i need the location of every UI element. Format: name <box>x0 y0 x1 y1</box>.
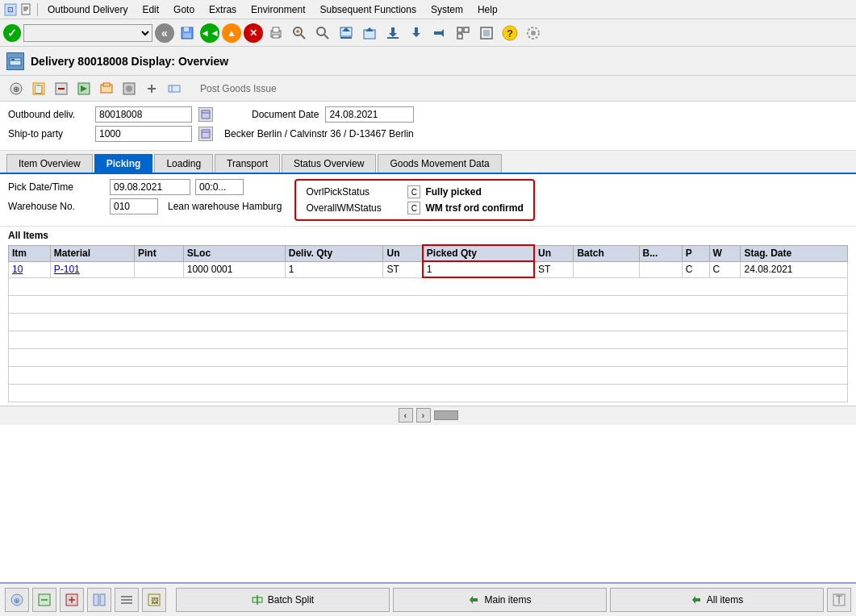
picking-area: Pick Date/Time Warehouse No. Lean wareho… <box>0 174 856 227</box>
bottom-btn-6[interactable]: 🖼 <box>142 588 166 612</box>
menu-extras[interactable]: Extras <box>203 2 243 17</box>
menu-bar: ⊡ Outbound Delivery Edit Goto Extras Env… <box>0 0 856 19</box>
outbound-deliv-input[interactable] <box>95 106 192 123</box>
action-btn-6[interactable] <box>119 79 139 98</box>
svg-rect-25 <box>387 37 399 39</box>
collapse-button[interactable] <box>476 23 497 44</box>
back-button[interactable]: ◄◄ <box>200 23 219 43</box>
material-link[interactable]: P-101 <box>54 264 80 275</box>
col-material: Material <box>50 245 134 261</box>
svg-rect-27 <box>415 27 418 35</box>
status1-indicator: C <box>407 185 420 198</box>
save-button[interactable] <box>177 23 198 44</box>
find-more-button[interactable] <box>312 23 333 44</box>
ship-to-input[interactable] <box>95 126 192 142</box>
action-btn-3[interactable] <box>52 79 71 98</box>
title-bar: Delivery 80018008 Display: Overview <box>0 47 856 76</box>
batch-split-button[interactable]: Batch Split <box>176 588 390 612</box>
svg-text:⊕: ⊕ <box>13 85 19 94</box>
scroll-right-button[interactable]: › <box>416 408 431 422</box>
warehouse-input[interactable] <box>110 198 158 214</box>
tab-item-overview[interactable]: Item Overview <box>6 154 93 173</box>
scroll-thumb[interactable] <box>434 410 458 420</box>
tab-loading[interactable]: Loading <box>154 154 213 173</box>
ship-to-button[interactable] <box>198 127 213 141</box>
cell-picked-qty: 1 <box>423 261 534 277</box>
bottom-toolbar: ⊕ 🖼 <box>0 582 856 616</box>
svg-point-12 <box>294 27 302 35</box>
table-container: All Items Itm Material Pint SLoc Deliv. … <box>0 227 856 406</box>
action-btn-5[interactable] <box>97 79 116 98</box>
download-left-button[interactable] <box>382 23 403 44</box>
bottom-btn-last[interactable] <box>827 588 851 612</box>
tab-transport[interactable]: Transport <box>215 154 280 173</box>
menu-environment[interactable]: Environment <box>244 2 311 17</box>
stop-button[interactable]: ✕ <box>244 23 263 43</box>
download-button[interactable] <box>406 23 427 44</box>
form-area: Outbound deliv. Document Date Ship-to pa… <box>0 102 856 151</box>
action-toolbar: ⊕ 📋 <box>0 76 856 102</box>
status1-value: Fully picked <box>425 186 481 198</box>
scroll-left-button[interactable]: ‹ <box>399 408 413 422</box>
svg-rect-18 <box>340 27 352 36</box>
svg-rect-30 <box>457 27 462 32</box>
svg-point-35 <box>503 26 517 40</box>
action-btn-1[interactable]: ⊕ <box>6 79 26 98</box>
download-right-button[interactable] <box>429 23 450 44</box>
main-items-label: Main items <box>484 594 531 606</box>
menu-edit[interactable]: Edit <box>136 2 165 17</box>
menu-goto[interactable]: Goto <box>167 2 201 17</box>
table-row-empty <box>9 348 848 366</box>
pick-time-input[interactable] <box>195 179 244 195</box>
svg-marker-79 <box>692 596 700 604</box>
help-button[interactable]: ? <box>499 23 520 44</box>
itm-link[interactable]: 10 <box>12 264 23 275</box>
upload-alt-button[interactable] <box>359 23 380 44</box>
outbound-deliv-button[interactable] <box>198 107 213 122</box>
bottom-btn-1[interactable]: ⊕ <box>5 588 29 612</box>
svg-point-37 <box>531 31 536 35</box>
cell-un2: ST <box>534 261 574 277</box>
confirm-button[interactable]: ✓ <box>3 24 21 42</box>
svg-rect-32 <box>457 34 462 39</box>
svg-text:📋: 📋 <box>33 83 44 94</box>
svg-rect-10 <box>273 27 279 32</box>
post-goods-label: Post Goods Issue <box>200 83 277 94</box>
first-page-button[interactable]: « <box>155 23 174 43</box>
print-button[interactable] <box>265 23 286 44</box>
settings-button[interactable] <box>523 23 544 44</box>
main-items-icon <box>468 594 479 606</box>
col-un1: Un <box>383 245 423 261</box>
all-items-button[interactable]: All items <box>610 588 824 612</box>
bottom-btn-5[interactable] <box>115 588 139 612</box>
action-btn-7[interactable] <box>142 79 161 98</box>
all-items-icon <box>691 594 702 606</box>
main-items-button[interactable]: Main items <box>393 588 607 612</box>
find-button[interactable] <box>289 23 310 44</box>
menu-help[interactable]: Help <box>471 2 504 17</box>
doc-date-input[interactable] <box>325 106 414 123</box>
bottom-btn-4[interactable] <box>87 588 111 612</box>
menu-outbound-delivery[interactable]: Outbound Delivery <box>41 2 134 17</box>
expand-button[interactable] <box>453 23 474 44</box>
svg-marker-23 <box>389 33 397 37</box>
bottom-btn-2[interactable] <box>32 588 56 612</box>
col-p: P <box>682 245 709 261</box>
tab-picking[interactable]: Picking <box>94 154 153 173</box>
svg-rect-31 <box>464 27 469 32</box>
cell-stag-date: 24.08.2021 <box>741 261 848 277</box>
action-btn-4[interactable] <box>74 79 94 98</box>
tab-goods-movement-data[interactable]: Goods Movement Data <box>378 154 501 173</box>
upload-button[interactable] <box>336 23 357 44</box>
pick-date-input[interactable] <box>110 179 190 195</box>
svg-rect-6 <box>182 27 193 39</box>
bottom-btn-3[interactable] <box>60 588 84 612</box>
action-btn-2[interactable]: 📋 <box>29 79 48 98</box>
menu-system[interactable]: System <box>424 2 470 17</box>
svg-line-13 <box>301 35 305 39</box>
action-btn-8[interactable] <box>165 79 184 98</box>
tab-status-overview[interactable]: Status Overview <box>282 154 376 173</box>
prev-button[interactable]: ▲ <box>222 23 241 43</box>
navigation-combo[interactable] <box>23 24 152 42</box>
menu-subsequent-functions[interactable]: Subsequent Functions <box>313 2 422 17</box>
